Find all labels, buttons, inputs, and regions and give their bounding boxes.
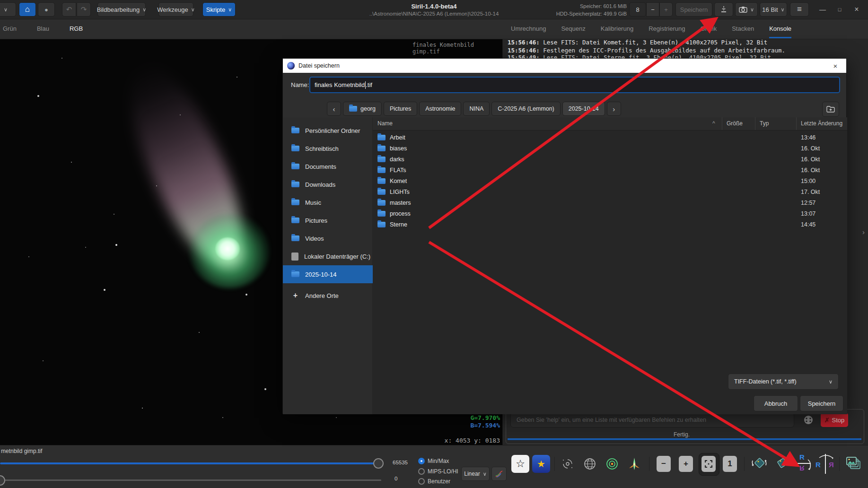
rotate-image-tilted-icon <box>773 456 790 472</box>
zoom-100-button[interactable]: 1 <box>723 456 737 472</box>
file-row[interactable]: darks16. Okt <box>373 154 847 165</box>
sidebar-item-documents[interactable]: Documents <box>283 157 373 175</box>
galaxy-spiral-icon <box>561 458 574 470</box>
photometric-cc-button[interactable] <box>603 455 621 473</box>
sidebar-item-downloads[interactable]: Downloads <box>283 175 373 193</box>
command-dice-icon[interactable] <box>800 413 817 427</box>
chevron-right-icon: › <box>613 105 615 113</box>
tab-registration[interactable]: Registrierung <box>649 19 685 38</box>
tab-plot[interactable]: Grafik <box>700 19 717 38</box>
breadcrumb-pictures[interactable]: Pictures <box>384 102 417 116</box>
dialog-save-button[interactable]: Speichern <box>800 395 843 411</box>
breadcrumb-nina[interactable]: NINA <box>463 102 490 116</box>
sequence-frames-button[interactable] <box>844 455 862 473</box>
lo-value: 0 <box>395 476 397 481</box>
command-input[interactable]: Geben Sie 'help' ein, um eine Liste mit … <box>510 412 794 427</box>
flip-vertical-button[interactable]: R R <box>793 454 814 475</box>
tab-conversion[interactable]: Umrechnung <box>511 19 546 38</box>
hi-slider-fill <box>0 462 378 464</box>
flip-arrow-icon <box>816 453 835 460</box>
radio-icon <box>418 468 425 475</box>
sidebar-item-home[interactable]: Persönlicher Ordner <box>283 122 373 139</box>
column-size[interactable]: Größe <box>727 120 743 127</box>
stop-x-icon: ✗ <box>824 417 830 424</box>
file-row[interactable]: process13:07 <box>373 208 847 219</box>
folder-icon <box>377 200 386 206</box>
list-header: Name ^ Größe Typ Letzte Änderung <box>373 117 847 131</box>
star-detection-button[interactable] <box>625 455 643 473</box>
breadcrumb: ‹ georg Pictures Astronomie NINA C-2025 … <box>283 100 847 117</box>
folder-icon <box>377 189 386 195</box>
psf-star-button[interactable]: ★ <box>532 455 550 473</box>
tab-row: Grün Blau RGB Umrechnung Sequenz Kalibri… <box>0 19 868 39</box>
file-row[interactable]: LIGHTs17. Okt <box>373 186 847 197</box>
panel-expander-icon[interactable]: › <box>862 228 865 236</box>
tab-rgb[interactable]: RGB <box>70 19 83 38</box>
display-mode-select[interactable]: Linear∨ <box>461 467 490 481</box>
zoom-out-button[interactable]: − <box>657 456 671 472</box>
radio-minmax[interactable]: Min/Max <box>418 457 449 465</box>
breadcrumb-target[interactable]: C-2025 A6 (Lemmon) <box>491 102 561 116</box>
memory-info: Speicher: 601.6 MiB <box>523 3 627 9</box>
zoom-fit-button[interactable] <box>701 456 716 472</box>
file-row[interactable]: Sterne14:45 <box>373 219 847 230</box>
sidebar-item-2025-10-14[interactable]: 2025-10-14 <box>283 265 373 283</box>
file-row[interactable]: masters12:57 <box>373 197 847 208</box>
curve-editor-button[interactable] <box>491 467 507 481</box>
tab-blue[interactable]: Blau <box>37 19 49 38</box>
file-row[interactable]: biases16. Okt <box>373 143 847 154</box>
cancel-button[interactable]: Abbruch <box>754 395 798 411</box>
zoom-in-button[interactable]: + <box>679 456 693 472</box>
rotate-left-button[interactable] <box>750 455 768 473</box>
lo-slider-handle[interactable] <box>0 475 5 486</box>
spike-star-icon <box>627 457 641 471</box>
plus-icon: + <box>684 459 688 469</box>
breadcrumb-home[interactable]: georg <box>343 102 382 116</box>
radio-user[interactable]: Benutzer <box>418 477 450 486</box>
concentric-circles-icon <box>605 457 619 471</box>
tab-green[interactable]: Grün <box>3 19 17 38</box>
radio-mips[interactable]: MIPS-LO/HI <box>418 467 458 476</box>
minus-icon: − <box>661 459 666 469</box>
sidebar-item-desktop[interactable]: Schreibtisch <box>283 139 373 157</box>
new-folder-button[interactable] <box>822 102 839 117</box>
window-title: Siril-1.4.0-beta4 <box>0 3 868 10</box>
file-row[interactable]: Komet15:00 <box>373 175 847 186</box>
astrometry-button[interactable] <box>581 455 599 473</box>
hi-slider-handle[interactable] <box>373 458 384 469</box>
filename-input[interactable]: finales Kometnbild.tif <box>309 77 840 93</box>
comet-core <box>215 237 240 260</box>
filetype-select[interactable]: TIFF-Dateien (*.tif, *.tiff)∨ <box>728 374 839 390</box>
status-bar: metnbild gimp.tif 65535 0 Min/Max MIPS-L… <box>0 445 868 488</box>
rotate-right-button[interactable] <box>773 455 791 473</box>
stop-button[interactable]: ✗ Stop <box>821 413 848 427</box>
flip-horizontal-button[interactable]: R R <box>815 454 836 475</box>
lo-slider[interactable] <box>0 479 381 481</box>
tab-calibration[interactable]: Kalibrierung <box>601 19 633 38</box>
sidebar-item-drive-c[interactable]: Lokaler Datenträger (C:) <box>283 247 373 265</box>
sidebar-item-music[interactable]: Music <box>283 193 373 211</box>
folder-icon <box>377 178 386 184</box>
sidebar-item-pictures[interactable]: Pictures <box>283 211 373 229</box>
file-row[interactable]: FLATs16. Okt <box>373 165 847 175</box>
sidebar-item-other-locations[interactable]: +Andere Orte <box>283 287 373 305</box>
breadcrumb-back-button[interactable]: ‹ <box>327 102 341 116</box>
tab-sequence[interactable]: Sequenz <box>561 19 585 38</box>
tab-console[interactable]: Konsole <box>769 19 791 38</box>
dialog-title-bar[interactable]: Datei speichern <box>283 59 846 73</box>
siril-window: finales Kometnbild gimp.tif G=7.970% B=7… <box>0 0 868 488</box>
breadcrumb-forward-button[interactable]: › <box>607 102 621 116</box>
sidebar-item-videos[interactable]: Videos <box>283 229 373 247</box>
file-row[interactable]: Arbeit13:46 <box>373 132 847 143</box>
galaxy-button[interactable] <box>559 455 577 473</box>
column-name[interactable]: Name <box>377 120 393 127</box>
breadcrumb-astronomie[interactable]: Astronomie <box>419 102 461 116</box>
cursor-coordinates: x: 4053 y: 0183 <box>420 437 500 444</box>
tab-stacking[interactable]: Stacken <box>732 19 754 38</box>
dialog-close-button[interactable]: × <box>828 59 842 73</box>
column-type[interactable]: Typ <box>760 120 769 127</box>
column-modified[interactable]: Letzte Änderung <box>801 120 842 127</box>
blue-value: B=7.594% <box>448 422 500 429</box>
breadcrumb-current[interactable]: 2025-10-14 <box>562 102 605 116</box>
photometry-button[interactable]: ☆ <box>511 455 529 473</box>
